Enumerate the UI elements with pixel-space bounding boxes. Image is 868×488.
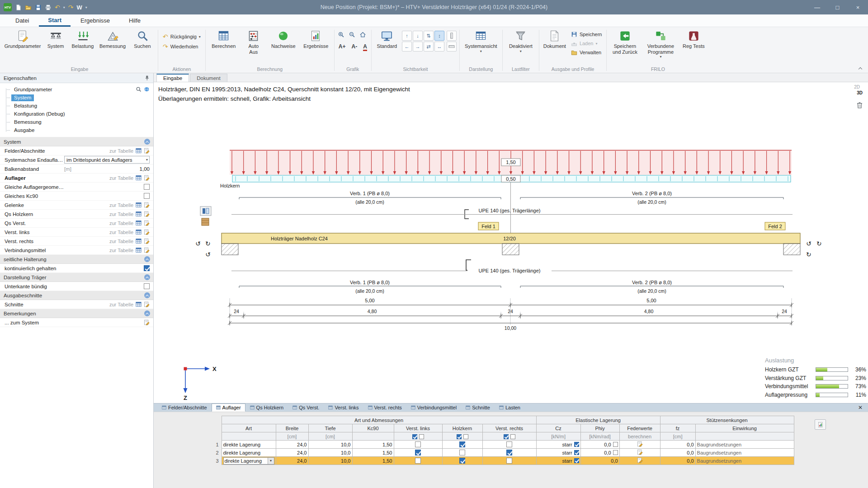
phiy-checkbox[interactable] — [613, 442, 618, 447]
tree-item-system[interactable]: System — [0, 94, 153, 102]
lastfilter-button[interactable]: Deaktiviert ▾ — [505, 28, 537, 53]
tree-item-belastung[interactable]: Belastung — [0, 102, 153, 110]
visibility-toggle-6[interactable]: → — [413, 42, 423, 52]
standard-view-button[interactable]: Standard — [373, 28, 401, 49]
cell-phiy[interactable]: 0,0 — [580, 457, 619, 465]
collapse-icon[interactable] — [144, 139, 150, 145]
cell-verst-rechts[interactable] — [482, 457, 536, 465]
save-icon[interactable] — [35, 4, 42, 11]
load-value-bottom[interactable]: 0,50 — [501, 175, 520, 182]
checkbox-unterkante-bündig[interactable] — [144, 283, 150, 289]
close-button[interactable]: × — [848, 0, 868, 14]
cell-verst-rechts[interactable] — [482, 449, 536, 457]
cell-kc90[interactable]: 1,50 — [352, 457, 394, 465]
visibility-toggle-4[interactable]: ↕ — [434, 31, 444, 41]
cell-breite[interactable]: 24,0 — [276, 449, 308, 457]
feld2-tag[interactable]: Feld 2 — [765, 222, 785, 230]
support-right[interactable] — [783, 244, 800, 255]
table-tab-schnitte[interactable]: Schnitte — [461, 404, 495, 412]
ergebnisse-button[interactable]: Ergebnisse — [300, 28, 332, 49]
collapse-icon[interactable] — [144, 274, 150, 280]
collapse-icon[interactable] — [144, 292, 150, 298]
edit-icon[interactable] — [144, 229, 150, 235]
cell-breite[interactable]: 24,0 — [276, 441, 308, 449]
menu-tab-start[interactable]: Start — [39, 14, 71, 27]
bemessung-button[interactable]: Bemessung — [96, 28, 129, 49]
section-ausgabeschnitte[interactable]: Ausgabeschnitte — [0, 291, 153, 300]
drawing-area[interactable]: Holzträger, DIN EN 1995:2013, Nadelholz … — [154, 82, 868, 403]
profil-speichern-button[interactable]: Speichern — [568, 30, 605, 39]
section-system[interactable]: System — [0, 137, 153, 146]
view-3d-label[interactable]: 3D — [857, 90, 863, 96]
auto-aus-button[interactable]: Auto Aus — [240, 28, 267, 55]
verst-rechts-checkbox[interactable] — [506, 441, 512, 447]
tree-item-grundparameter[interactable]: Grundparameter — [0, 85, 153, 94]
cell-art[interactable]: direkte Lagerung — [222, 449, 276, 457]
holzkern-checkbox[interactable] — [459, 450, 465, 455]
verst-links-checkbox[interactable] — [415, 450, 421, 455]
collapse-icon[interactable] — [144, 256, 150, 262]
edit-icon[interactable] — [144, 148, 150, 154]
grundparameter-button[interactable]: Grundparameter — [3, 28, 42, 49]
cell-fz[interactable]: 0,0 — [660, 457, 695, 465]
zur-tabelle-link[interactable]: zur Tabelle — [109, 230, 133, 235]
cell-fz[interactable]: 0,0 — [660, 441, 695, 449]
value-field[interactable]: 1,00 — [140, 166, 150, 172]
zur-tabelle-link[interactable]: zur Tabelle — [109, 248, 133, 253]
menu-tab-datei[interactable]: Datei — [6, 14, 38, 27]
table-icon[interactable] — [136, 220, 142, 226]
table-icon[interactable] — [136, 211, 142, 217]
rotate-left-icon-right[interactable]: ↺ — [806, 240, 811, 247]
select-none-checkbox[interactable] — [463, 434, 468, 439]
maximize-button[interactable]: □ — [827, 0, 848, 14]
table-row-3[interactable]: 3direkte Lagerung▾24,010,01,50starr0,00,… — [211, 457, 794, 465]
minimize-button[interactable]: — — [807, 0, 827, 14]
phiy-checkbox[interactable] — [613, 450, 618, 455]
redo-icon[interactable]: ↷ — [68, 4, 74, 10]
table-icon[interactable] — [136, 202, 142, 208]
zur-tabelle-link[interactable]: zur Tabelle — [109, 221, 133, 226]
globe-icon[interactable] — [144, 86, 150, 92]
verst-rechts-checkbox[interactable] — [506, 450, 512, 455]
font-color-button[interactable]: A — [361, 43, 369, 50]
rotate-down-right-icon[interactable]: ↻ — [806, 251, 811, 258]
cell-einwirkung[interactable]: Baugrundsetzungen — [695, 457, 794, 465]
table-icon[interactable] — [136, 238, 142, 244]
tree-item-ausgabe[interactable]: Ausgabe — [0, 126, 153, 134]
ruler-horizontal-toggle[interactable] — [447, 42, 457, 52]
checkbox-gleiche-auflagergeometrie[interactable] — [144, 184, 150, 190]
table-row-2[interactable]: 2direkte Lagerung24,010,01,50starr0,00,0… — [211, 449, 794, 457]
section-darstellung-träger[interactable]: Darstellung Träger — [0, 273, 153, 282]
support-left[interactable] — [222, 244, 238, 255]
berechnen-button[interactable]: Berechnen — [208, 28, 240, 49]
edit-icon[interactable] — [144, 238, 150, 244]
table-tab-verst-rechts[interactable]: Verst. rechts — [363, 404, 406, 412]
word-export-icon[interactable]: W — [76, 4, 82, 11]
delete-button[interactable] — [856, 101, 863, 111]
cell-breite[interactable]: 24,0 — [276, 457, 308, 465]
table-icon[interactable] — [136, 247, 142, 253]
cell-cz[interactable]: starr — [536, 441, 580, 449]
view-mode-toggle[interactable]: 2D 3D — [854, 84, 863, 96]
verbundene-programme-button[interactable]: Verbundene Programme ▾ — [641, 28, 680, 59]
cell-kc90[interactable]: 1,50 — [352, 441, 394, 449]
chevron-down-icon[interactable]: ▾ — [268, 458, 274, 464]
material-button[interactable] — [202, 218, 209, 225]
undo-icon[interactable]: ↶ — [55, 4, 60, 10]
cz-checkbox[interactable] — [574, 450, 579, 455]
zur-tabelle-link[interactable]: zur Tabelle — [109, 302, 133, 307]
select-all-checkbox[interactable] — [457, 434, 462, 439]
cell-cz[interactable]: starr — [536, 449, 580, 457]
edit-icon[interactable] — [144, 211, 150, 217]
cell-federwerte[interactable] — [619, 457, 660, 465]
visibility-toggle-7[interactable]: ⇄ — [424, 42, 434, 52]
table-tool-button[interactable] — [815, 419, 826, 430]
profil-verwalten-button[interactable]: Verwalten — [568, 48, 604, 57]
menu-tab-hilfe[interactable]: Hilfe — [120, 14, 150, 27]
cell-verst-links[interactable] — [394, 441, 442, 449]
cell-tiefe[interactable]: 10,0 — [308, 441, 352, 449]
cell-art[interactable]: direkte Lagerung — [222, 441, 276, 449]
cell-holzkern[interactable] — [442, 441, 482, 449]
cz-checkbox[interactable] — [574, 458, 579, 463]
edit-icon[interactable] — [144, 220, 150, 226]
